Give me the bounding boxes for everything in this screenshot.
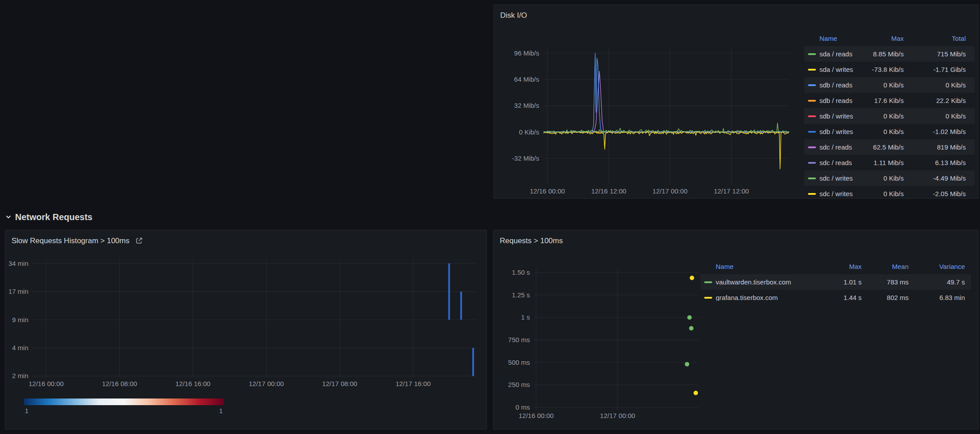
axis-tick-label: 12/17 16:00: [396, 380, 431, 387]
legend-header-row: NameMaxTotal: [804, 31, 975, 46]
heatmap-cell: [448, 264, 450, 320]
section-network-requests[interactable]: Network Requests: [5, 210, 93, 224]
legend-value: 1.11 Mib/s: [855, 159, 904, 166]
series-color-swatch: [808, 69, 816, 71]
legend-value: -73.8 Kib/s: [855, 66, 904, 73]
series-name-label: sdb / reads: [819, 97, 852, 104]
legend-row[interactable]: sdb / writes0 Kib/s0 Kib/s: [804, 108, 975, 124]
legend-value: 17.6 Kib/s: [855, 97, 904, 104]
legend-column-header[interactable]: Max: [813, 263, 862, 270]
panel-title[interactable]: Requests > 100ms: [500, 237, 563, 245]
axis-tick-label: 12/16 00:00: [518, 412, 553, 419]
legend-row[interactable]: sda / writes-73.8 Kib/s-1.71 Gib/s: [804, 62, 975, 77]
legend-value: 0 Kib/s: [855, 128, 904, 135]
axis-tick-label: 1 s: [521, 313, 530, 321]
legend-row[interactable]: sdc / writes0 Kib/s-2.05 Mib/s: [804, 186, 975, 199]
disk-io-legend-table: NameMaxTotalsda / reads8.85 Mib/s715 Mib…: [804, 31, 975, 199]
legend-series-name: sda / writes: [808, 66, 855, 73]
legend-value: 1.01 s: [813, 279, 862, 285]
heatmap-colorbar: [24, 398, 224, 405]
panel-body-slow-requests: 34 min17 min9 min4 min2 min12/16 00:0012…: [9, 251, 483, 429]
legend-column-header[interactable]: Mean: [862, 263, 909, 270]
axis-tick-label: 34 min: [9, 260, 28, 267]
legend-value: 49.7 s: [909, 279, 965, 285]
panel-title[interactable]: Slow Requests Histogram > 100ms: [12, 237, 129, 245]
axis-tick-label: 12/17 00:00: [249, 380, 284, 387]
scatter-point: [687, 315, 692, 320]
colorbar-min-label: 1: [25, 407, 28, 414]
axis-tick-label: 12/16 08:00: [102, 380, 137, 387]
axis-tick-label: -32 Mib/s: [512, 154, 539, 162]
legend-value: 0 Kib/s: [855, 175, 904, 181]
panel-body-requests: 1.50 s1.25 s1 s750 ms500 ms250 ms0 ms12/…: [497, 251, 975, 429]
legend-column-header[interactable]: Max: [855, 35, 904, 42]
axis-tick-label: 0 ms: [515, 403, 530, 411]
legend-column-header[interactable]: Variance: [909, 263, 965, 270]
panel-disk-io: Disk I/O 96 Mib/s64 Mib/s32 Mib/s0 Kib/s…: [494, 4, 979, 199]
legend-value: 6.13 Mib/s: [904, 159, 966, 166]
panel-header-disk-io: Disk I/O: [494, 5, 978, 25]
panel-header-requests: Requests > 100ms: [494, 230, 978, 251]
legend-value: 6.83 min: [909, 294, 965, 301]
legend-column-header[interactable]: Total: [904, 35, 966, 42]
legend-row[interactable]: sdc / reads1.11 Mib/s6.13 Mib/s: [804, 155, 975, 170]
disk-io-chart: 96 Mib/s64 Mib/s32 Mib/s0 Kib/s-32 Mib/s…: [498, 25, 799, 199]
series-color-swatch: [808, 193, 816, 195]
axis-tick-label: 2 min: [12, 372, 28, 379]
legend-series-name: sdb / reads: [808, 82, 855, 88]
axis-tick-label: 96 Mib/s: [514, 49, 539, 57]
axis-tick-label: 32 Mib/s: [514, 102, 539, 109]
axis-tick-label: 9 min: [12, 316, 28, 324]
legend-series-name: sdb / writes: [808, 113, 855, 119]
axis-tick-label: 750 ms: [508, 336, 530, 343]
legend-row[interactable]: grafana.tiserbox.com1.44 s802 ms6.83 min: [701, 290, 971, 305]
legend-series-name: sdc / reads: [808, 144, 855, 150]
axis-tick-label: 12/17 00:00: [652, 187, 687, 195]
legend-column-header[interactable]: Name: [808, 35, 855, 42]
scatter-point: [689, 326, 694, 331]
legend-row[interactable]: sdb / reads17.6 Kib/s22.2 Kib/s: [804, 93, 975, 108]
series-line: [544, 71, 789, 132]
scatter-point: [690, 276, 694, 280]
panel-title[interactable]: Disk I/O: [500, 12, 527, 19]
series-name-label: sda / writes: [819, 66, 853, 73]
legend-series-name: sdc / reads: [808, 159, 855, 166]
legend-value: -1.71 Gib/s: [904, 66, 966, 73]
series-name-label: sdc / writes: [819, 190, 853, 197]
series-color-swatch: [704, 297, 712, 299]
legend-row[interactable]: sdb / reads0 Kib/s0 Kib/s: [804, 77, 975, 93]
series-name-label: sdc / writes: [819, 175, 853, 181]
series-name-label: sdb / writes: [819, 113, 853, 119]
legend-row[interactable]: sda / reads8.85 Mib/s715 Mib/s: [804, 46, 975, 62]
heatmap-cell: [472, 348, 474, 376]
grafana-dashboard: Disk I/O 96 Mib/s64 Mib/s32 Mib/s0 Kib/s…: [0, 0, 980, 434]
section-title: Network Requests: [15, 212, 93, 222]
axis-tick-label: 17 min: [9, 288, 28, 295]
legend-value: 62.5 Mib/s: [855, 144, 904, 150]
heatmap-cell: [460, 292, 462, 320]
series-name-label: grafana.tiserbox.com: [716, 294, 778, 301]
legend-row[interactable]: sdc / reads62.5 Mib/s819 Mib/s: [804, 139, 975, 155]
series-name-label: sdc / reads: [819, 159, 852, 166]
legend-row[interactable]: sdc / writes0 Kib/s-4.49 Mib/s: [804, 170, 975, 186]
axis-tick-label: 12/17 08:00: [322, 380, 357, 387]
legend-value: 0 Kib/s: [855, 82, 904, 88]
legend-value: -4.49 Mib/s: [904, 175, 966, 181]
legend-series-name: sdb / writes: [808, 128, 855, 135]
series-color-swatch: [808, 162, 816, 164]
series-color-swatch: [808, 53, 816, 55]
axis-tick-label: 12/16 12:00: [591, 187, 626, 195]
legend-row[interactable]: vaultwarden.tiserbox.com1.01 s783 ms49.7…: [701, 274, 971, 290]
legend-row[interactable]: sdb / writes0 Kib/s-1.02 Mib/s: [804, 124, 975, 139]
legend-column-header[interactable]: Name: [704, 263, 813, 270]
series-name-label: sdb / reads: [819, 82, 852, 88]
axis-tick-label: 4 min: [12, 344, 28, 351]
axis-tick-label: 12/16 00:00: [530, 187, 565, 195]
series-line: [544, 132, 789, 169]
axis-tick-label: 1.25 s: [512, 291, 530, 299]
external-link-icon[interactable]: [135, 237, 143, 245]
legend-value: 715 Mib/s: [904, 51, 966, 57]
axis-tick-label: 12/16 00:00: [28, 380, 63, 387]
legend-value: -2.05 Mib/s: [904, 190, 966, 197]
series-color-swatch: [808, 100, 816, 102]
